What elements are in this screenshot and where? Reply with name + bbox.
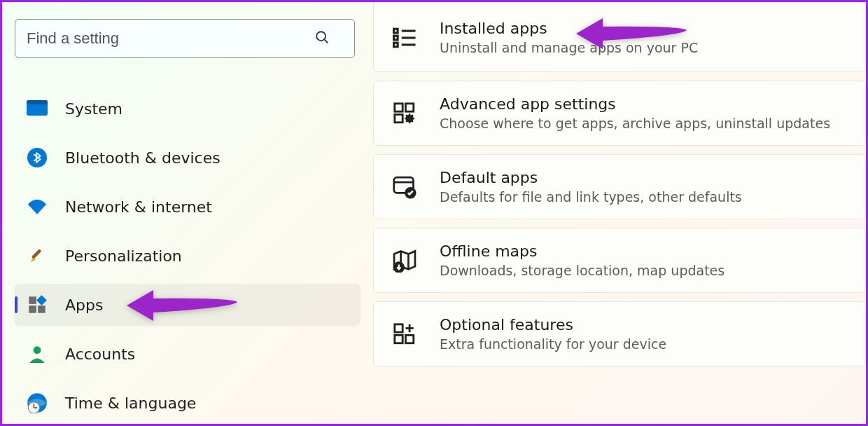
svg-rect-23 — [395, 114, 402, 122]
search-box[interactable] — [15, 19, 360, 58]
bluetooth-icon — [26, 146, 48, 169]
nav-list: System Bluetooth & devices Network & int… — [15, 88, 360, 424]
sidebar-item-personalization[interactable]: Personalization — [15, 235, 360, 277]
svg-rect-7 — [36, 295, 47, 305]
svg-rect-22 — [405, 103, 413, 111]
sidebar-item-label: Time & language — [65, 394, 196, 412]
card-subtitle: Choose where to get apps, archive apps, … — [440, 116, 848, 131]
sidebar-item-time-language[interactable]: Time & language — [15, 382, 360, 424]
card-title: Default apps — [440, 169, 848, 186]
sidebar-item-label: Accounts — [65, 345, 135, 363]
sidebar-item-label: Apps — [65, 296, 103, 314]
paintbrush-icon — [26, 245, 48, 267]
sidebar-item-accounts[interactable]: Accounts — [15, 333, 360, 375]
svg-rect-17 — [393, 36, 398, 40]
apps-icon — [26, 294, 48, 316]
svg-rect-21 — [395, 103, 402, 111]
wifi-icon — [26, 195, 48, 218]
svg-line-1 — [325, 40, 328, 43]
card-default-apps[interactable]: Default apps Defaults for file and link … — [373, 154, 866, 219]
list-icon — [391, 24, 419, 52]
svg-rect-19 — [393, 43, 398, 47]
annotation-arrow-installed-apps — [576, 16, 688, 54]
sidebar-item-label: Bluetooth & devices — [65, 149, 220, 167]
svg-point-0 — [316, 32, 326, 41]
card-subtitle: Downloads, storage location, map updates — [440, 263, 848, 278]
grid-gear-icon — [391, 99, 419, 128]
sidebar-item-label: System — [65, 100, 122, 118]
svg-rect-15 — [393, 29, 398, 33]
sidebar: System Bluetooth & devices Network & int… — [2, 2, 373, 424]
sidebar-item-bluetooth[interactable]: Bluetooth & devices — [15, 137, 360, 179]
svg-rect-8 — [29, 305, 36, 313]
search-icon — [314, 29, 330, 48]
svg-rect-33 — [405, 335, 413, 343]
grid-plus-icon — [391, 320, 419, 348]
search-input[interactable] — [15, 19, 355, 58]
sidebar-item-label: Network & internet — [65, 198, 212, 216]
card-subtitle: Extra functionality for your device — [440, 336, 848, 352]
card-advanced-settings[interactable]: Advanced app settings Choose where to ge… — [373, 81, 866, 146]
svg-rect-5 — [31, 249, 42, 259]
svg-rect-3 — [27, 100, 48, 104]
card-title: Optional features — [440, 316, 848, 334]
map-download-icon — [391, 247, 419, 275]
sidebar-item-network[interactable]: Network & internet — [15, 186, 360, 228]
annotation-arrow-apps — [127, 288, 239, 326]
svg-point-10 — [34, 346, 41, 354]
svg-rect-32 — [395, 335, 402, 343]
sidebar-item-label: Personalization — [65, 247, 182, 265]
window-check-icon — [391, 173, 419, 201]
content-pane: Installed apps Uninstall and manage apps… — [373, 2, 866, 424]
globe-clock-icon — [26, 392, 48, 414]
card-title: Advanced app settings — [440, 95, 848, 113]
svg-rect-9 — [38, 305, 45, 313]
card-offline-maps[interactable]: Offline maps Downloads, storage location… — [373, 228, 866, 293]
card-title: Offline maps — [440, 242, 848, 260]
system-icon — [26, 97, 48, 120]
sidebar-item-system[interactable]: System — [15, 88, 360, 130]
svg-rect-6 — [29, 296, 36, 304]
svg-rect-31 — [395, 324, 402, 331]
card-subtitle: Defaults for file and link types, other … — [440, 189, 848, 205]
card-optional-features[interactable]: Optional features Extra functionality fo… — [373, 301, 866, 366]
person-icon — [26, 343, 48, 365]
